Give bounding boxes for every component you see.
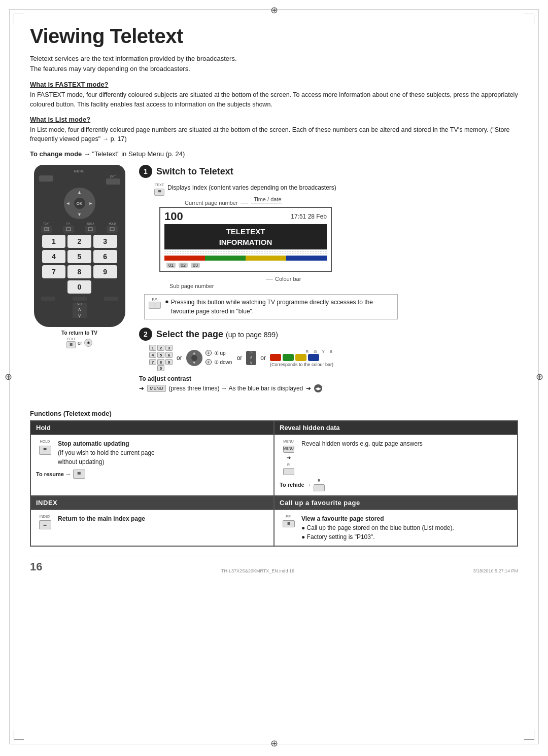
fastext-heading: What is FASTEXT mode? <box>30 81 518 88</box>
arrow-right-2: ➔ <box>306 385 311 392</box>
num-btn-5[interactable]: 5 <box>67 250 91 263</box>
colour-bar-label: Colour bar <box>275 276 301 282</box>
teletext-top-annotation: Current page number Time / date <box>144 200 518 206</box>
step1-bullet1: TEXT ☰ Displays Index (content varies de… <box>154 182 518 196</box>
mini-3: 3 <box>165 345 173 351</box>
remote-control: MENU EXIT ▲ <box>34 165 125 327</box>
teletext-color-bar <box>164 256 327 261</box>
return-tv: To return to TV TEXT ☰ or ◉ <box>30 330 129 348</box>
teletext-page-num: 100 <box>164 210 183 223</box>
reveal-menu-btn: MENU <box>283 446 294 453</box>
num-btn-6[interactable]: 6 <box>93 250 117 263</box>
index-content: INDEX ☰ Return to the main index page <box>30 510 274 546</box>
small-btn-right[interactable] <box>104 297 118 301</box>
color-btns-wrap: R G Y B <box>270 349 333 367</box>
num-btn-3[interactable]: 3 <box>93 235 117 248</box>
reveal-row: MENU MENU ➔ R Reveal hidden words e.g. q… <box>280 439 512 475</box>
step2-block: 2 Select the page (up to page 899) 1 2 <box>139 328 518 392</box>
call-fav-icon-col: F.P. ☰ <box>280 514 297 528</box>
exit-mini-btn[interactable]: ◉ <box>84 339 92 347</box>
page-footer: 16 TH-L37X2S&20KMRTX_EN.indd 16 3/18/201… <box>30 557 518 573</box>
index-icon-box: ☰ <box>39 520 51 529</box>
nav-up-arrow: ▲ <box>77 190 82 195</box>
mini-6: 6 <box>165 352 173 358</box>
text-mini-btn[interactable]: ☰ <box>66 341 76 348</box>
call-fav-bullet-dot-2: ● <box>301 533 307 541</box>
num-btn-7[interactable]: 7 <box>42 265 66 278</box>
fp-btn[interactable] <box>63 226 74 233</box>
mini-8: 8 <box>157 359 164 365</box>
sub-page-label: Sub page number <box>169 283 214 289</box>
green-btn[interactable] <box>283 354 294 361</box>
hold-icon-col: HOLD ☰ <box>36 439 54 455</box>
g-label: G <box>314 349 317 354</box>
menu-btn[interactable] <box>39 175 53 182</box>
b-label: B <box>330 349 332 354</box>
text-icon-sm: ☰ <box>154 189 164 196</box>
return-tv-label: To return to TV <box>30 330 129 336</box>
num-btn-2[interactable]: 2 <box>67 235 91 248</box>
index-bold-text: Return to the main index page <box>58 515 145 522</box>
num-btn-9[interactable]: 9 <box>93 265 117 278</box>
nav-left-arrow: ◄ <box>66 201 71 206</box>
nav-circle[interactable]: ▲ ▼ ◄ ► OK <box>64 188 95 219</box>
call-fav-bold: View a favourite page stored <box>301 515 384 522</box>
call-fav-bullet1: Call up the page stored on the blue butt… <box>307 524 454 531</box>
num-btn-8[interactable]: 8 <box>67 265 91 278</box>
return-or: or <box>78 340 82 346</box>
list-heading: What is List mode? <box>30 116 518 123</box>
footer-file: TH-L37X2S&20KMRTX_EN.indd 16 <box>221 568 294 573</box>
index-btn[interactable] <box>85 226 96 233</box>
reg-mark-bottom: ⊕ <box>270 738 278 749</box>
call-fav-fp-label: F.P. <box>286 514 291 520</box>
yellow-btn[interactable] <box>295 354 306 361</box>
text-btn[interactable] <box>41 226 52 233</box>
line-to-num <box>241 203 248 203</box>
hold-header: Hold <box>30 421 274 435</box>
corner-br <box>524 730 534 740</box>
main-diagram: MENU EXIT ▲ <box>30 165 518 401</box>
reveal-text: Reveal hidden words e.g. quiz page answe… <box>301 440 423 447</box>
ch-small-btn: CH ∧ ∨ <box>246 351 256 365</box>
fp-icon-btn: ☰ <box>149 302 161 309</box>
reveal-r-label: R <box>287 462 290 468</box>
small-btn-left[interactable] <box>41 297 55 301</box>
menu-label: MENU <box>39 170 120 173</box>
adjust-contrast-row: ➔ MENU (press three times) → As the blue… <box>139 384 518 392</box>
hold-icon-box: ☰ <box>39 446 51 455</box>
hold-bold-text: Stop automatic updating <box>58 440 129 447</box>
mini-4: 4 <box>149 352 156 358</box>
ch-btn[interactable]: CH ∧ ∨ <box>73 303 87 318</box>
index-header: INDEX <box>30 496 274 510</box>
num-btn-0[interactable]: 0 <box>67 280 91 294</box>
mini-zero-row: 0 <box>149 365 173 371</box>
hold-line2: without updating) <box>58 458 104 465</box>
exit-btn[interactable] <box>106 178 120 185</box>
circled-2: ② <box>206 359 212 365</box>
mini-7: 7 <box>149 359 156 365</box>
hold-btn[interactable] <box>107 226 118 233</box>
adjust-contrast-body: (press three times) → As the blue bar is… <box>169 385 303 392</box>
step1-title: Switch to Teletext <box>156 166 233 177</box>
index-icon-col: INDEX ☰ <box>36 514 54 530</box>
reg-mark-right: ⊕ <box>536 371 543 382</box>
or-2: or <box>237 354 243 362</box>
mini-2: 2 <box>157 345 164 351</box>
page-title: Viewing Teletext <box>30 25 518 48</box>
reg-mark-top: ⊕ <box>270 5 278 16</box>
call-fav-text-col: View a favourite page stored ● Call up t… <box>301 514 454 542</box>
step2-header: 2 Select the page (up to page 899) <box>139 328 518 341</box>
up-down-labels: ① ① up ② ② down <box>206 350 232 365</box>
num-btn-4[interactable]: 4 <box>42 250 66 263</box>
color-yellow <box>246 256 286 261</box>
num-btn-1[interactable]: 1 <box>42 235 66 248</box>
svg-rect-4 <box>88 228 92 231</box>
red-btn[interactable] <box>270 354 281 361</box>
menu-btn-inline: MENU <box>147 385 166 392</box>
nav-circle-small-wrap: ▲ ▼ ① ① up ② ② d <box>186 350 202 366</box>
small-btn-mid[interactable] <box>73 297 87 301</box>
blue-btn[interactable] <box>308 354 319 361</box>
colour-bar-line <box>266 279 273 279</box>
select-page-area: 1 2 3 4 5 6 7 8 9 0 <box>149 345 518 371</box>
up-label: ① ① up <box>206 350 232 356</box>
